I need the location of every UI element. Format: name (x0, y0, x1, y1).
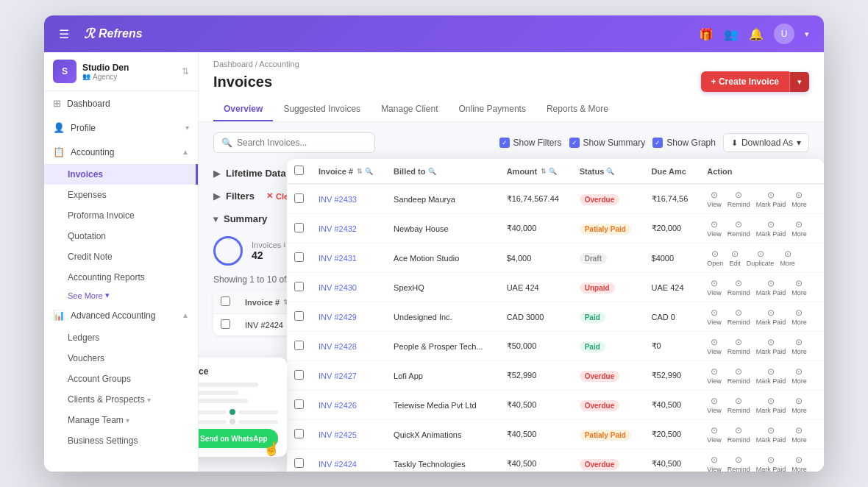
sidebar-item-business-settings[interactable]: Business Settings (44, 430, 198, 451)
action-more-button[interactable]: ⊙ More (791, 308, 807, 326)
profile-expand-icon[interactable]: ⇅ (182, 66, 189, 77)
action-view-button[interactable]: ⊙ View (707, 425, 721, 444)
action-view-button[interactable]: ⊙ View (707, 396, 721, 414)
action-more-button[interactable]: ⊙ More (791, 190, 807, 208)
create-invoice-button[interactable]: + Create Invoice (701, 71, 789, 92)
sidebar-item-credit-note[interactable]: Credit Note (44, 246, 198, 267)
action-remind-button[interactable]: ⊙ Remind (728, 337, 750, 355)
action-mark-paid-button[interactable]: ⊙ Mark Paid (756, 219, 786, 238)
action-mark-paid-button[interactable]: ⊙ Mark Paid (756, 337, 786, 355)
sidebar-item-profile[interactable]: 👤 Profile ▾ (44, 115, 198, 140)
action-more-button[interactable]: ⊙ More (791, 278, 807, 296)
sidebar-item-account-groups[interactable]: Account Groups (44, 369, 198, 389)
sidebar-item-manage-team[interactable]: Manage Team ▾ (44, 410, 198, 430)
show-filters-checkbox[interactable]: ✓ (499, 138, 510, 148)
tab-reports[interactable]: Reports & More (536, 98, 619, 121)
row-checkbox-cell[interactable] (287, 391, 311, 420)
row-checkbox-cell[interactable] (287, 449, 311, 472)
tab-online-payments[interactable]: Online Payments (449, 98, 536, 121)
bell-icon[interactable]: 🔔 (749, 27, 764, 41)
action-view-button[interactable]: ⊙ View (707, 366, 721, 385)
action-view-button[interactable]: ⊙ View (707, 308, 721, 326)
row-checkbox-cell[interactable] (287, 302, 311, 332)
sidebar-profile[interactable]: S Studio Den 👥 Agency ⇅ (44, 52, 198, 91)
action-remind-button[interactable]: ⊙ Remind (728, 190, 750, 208)
action-more-button[interactable]: ⊙ More (780, 249, 795, 267)
ov-billed-filter-icon[interactable]: 🔍 (428, 168, 436, 175)
action-more-button[interactable]: ⊙ More (791, 219, 807, 238)
row-checkbox-cell[interactable] (287, 420, 311, 449)
row-checkbox-cell[interactable] (287, 361, 311, 391)
show-filters-toggle[interactable]: ✓ Show Filters (499, 138, 562, 148)
download-button[interactable]: ⬇ Download As ▾ (723, 133, 809, 152)
action-mark-paid-button[interactable]: ⊙ Mark Paid (756, 396, 786, 414)
sidebar-item-clients[interactable]: Clients & Prospects ▾ (44, 389, 198, 410)
action-remind-button[interactable]: ⊙ Remind (728, 455, 750, 472)
action-mark-paid-button[interactable]: ⊙ Mark Paid (756, 278, 786, 296)
action-remind-button[interactable]: ⊙ Remind (728, 308, 750, 326)
sidebar-item-advanced[interactable]: 📊 Advanced Accounting ▲ (44, 303, 198, 327)
action-more-button[interactable]: ⊙ More (791, 366, 807, 385)
action-remind-button[interactable]: ⊙ Remind (728, 396, 750, 414)
people-icon[interactable]: 👥 (724, 27, 739, 41)
action-more-button[interactable]: ⊙ More (791, 455, 807, 472)
tab-manage-client[interactable]: Manage Client (371, 98, 448, 121)
sidebar-item-expenses[interactable]: Expenses (44, 185, 198, 205)
hamburger-icon[interactable]: ☰ (59, 27, 69, 41)
search-input[interactable] (237, 138, 367, 148)
create-invoice-dropdown[interactable]: ▾ (789, 72, 809, 92)
action-edit-button[interactable]: ⊙ Edit (729, 249, 741, 267)
tab-overview[interactable]: Overview (213, 98, 273, 121)
sidebar-item-vouchers[interactable]: Vouchers (44, 348, 198, 369)
show-graph-checkbox[interactable]: ✓ (652, 138, 663, 148)
create-invoice-button-group[interactable]: + Create Invoice ▾ (701, 71, 809, 92)
ov-inv-filter-icon[interactable]: 🔍 (365, 168, 373, 175)
action-mark-paid-button[interactable]: ⊙ Mark Paid (756, 308, 786, 326)
row-checkbox-cell[interactable] (213, 314, 238, 336)
action-more-button[interactable]: ⊙ More (791, 337, 807, 355)
see-more-button[interactable]: See More ▾ (44, 288, 198, 303)
row-checkbox-cell[interactable] (287, 273, 311, 302)
sidebar-item-invoices[interactable]: Invoices (44, 164, 198, 185)
action-more-button[interactable]: ⊙ More (791, 425, 807, 444)
action-mark-paid-button[interactable]: ⊙ Mark Paid (756, 425, 786, 444)
action-view-button[interactable]: ⊙ View (707, 190, 721, 208)
action-view-button[interactable]: ⊙ View (707, 219, 721, 238)
sidebar-item-dashboard[interactable]: ⊞ Dashboard (44, 91, 198, 115)
action-view-button[interactable]: ⊙ View (707, 278, 721, 296)
action-remind-button[interactable]: ⊙ Remind (728, 366, 750, 385)
row-checkbox-cell[interactable] (287, 332, 311, 361)
ov-select-all[interactable] (294, 166, 304, 175)
row-checkbox-cell[interactable] (287, 184, 311, 214)
show-summary-checkbox[interactable]: ✓ (569, 138, 580, 148)
row-checkbox-cell[interactable] (287, 214, 311, 244)
sidebar-item-accounting-reports[interactable]: Accounting Reports (44, 267, 198, 288)
action-remind-button[interactable]: ⊙ Remind (728, 278, 750, 296)
tab-suggested[interactable]: Suggested Invoices (273, 98, 371, 121)
sidebar-item-ledgers[interactable]: Ledgers (44, 327, 198, 348)
ov-amt-sort-icon[interactable]: ⇅ (541, 168, 547, 175)
action-mark-paid-button[interactable]: ⊙ Mark Paid (756, 455, 786, 472)
row-checkbox-cell[interactable] (287, 244, 311, 273)
search-box[interactable]: 🔍 (213, 132, 375, 153)
sidebar-item-accounting[interactable]: 📋 Accounting ▲ (44, 140, 198, 164)
action-more-button[interactable]: ⊙ More (791, 396, 807, 414)
action-mark-paid-button[interactable]: ⊙ Mark Paid (756, 190, 786, 208)
ov-inv-sort-icon[interactable]: ⇅ (357, 168, 363, 175)
sidebar-item-quotation[interactable]: Quotation (44, 226, 198, 246)
action-view-button[interactable]: ⊙ View (707, 337, 721, 355)
show-summary-toggle[interactable]: ✓ Show Summary (569, 138, 646, 148)
action-remind-button[interactable]: ⊙ Remind (728, 219, 750, 238)
ov-status-filter-icon[interactable]: 🔍 (606, 168, 614, 175)
ov-amt-filter-icon[interactable]: 🔍 (549, 168, 557, 175)
sidebar-item-proforma[interactable]: Proforma Invoice (44, 205, 198, 226)
action-duplicate-button[interactable]: ⊙ Duplicate (747, 249, 775, 267)
action-view-button[interactable]: ⊙ View (707, 455, 721, 472)
user-avatar[interactable]: U (774, 24, 794, 44)
select-all-checkbox[interactable] (221, 296, 230, 306)
gift-icon[interactable]: 🎁 (699, 27, 714, 41)
show-graph-toggle[interactable]: ✓ Show Graph (652, 138, 716, 148)
action-open-button[interactable]: ⊙ Open (707, 249, 723, 267)
action-remind-button[interactable]: ⊙ Remind (728, 425, 750, 444)
action-mark-paid-button[interactable]: ⊙ Mark Paid (756, 366, 786, 385)
